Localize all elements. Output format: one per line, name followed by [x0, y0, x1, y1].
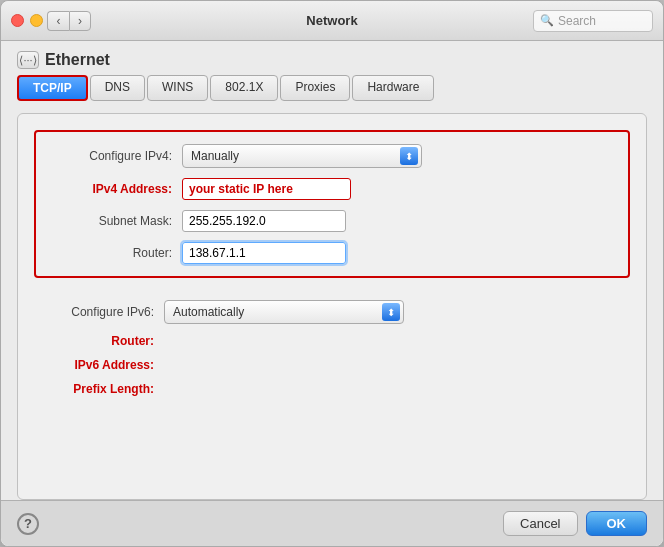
- tab-dns[interactable]: DNS: [90, 75, 145, 101]
- configure-ipv6-select[interactable]: Automatically Manually Off: [164, 300, 404, 324]
- cancel-button[interactable]: Cancel: [503, 511, 577, 536]
- forward-nav-button[interactable]: ›: [69, 11, 91, 31]
- configure-ipv4-row: Configure IPv4: Manually Automatically (…: [52, 144, 612, 168]
- main-panel: Configure IPv4: Manually Automatically (…: [17, 113, 647, 500]
- ipv4-address-label: IPv4 Address:: [52, 182, 172, 196]
- ipv4-address-input[interactable]: [182, 178, 351, 200]
- minimize-button[interactable]: [30, 14, 43, 27]
- ipv4-router-input[interactable]: [182, 242, 346, 264]
- tab-proxies[interactable]: Proxies: [280, 75, 350, 101]
- search-box[interactable]: 🔍 Search: [533, 10, 653, 32]
- close-button[interactable]: [11, 14, 24, 27]
- ok-button[interactable]: OK: [586, 511, 648, 536]
- tab-wins[interactable]: WINS: [147, 75, 208, 101]
- ipv6-address-row: IPv6 Address:: [34, 358, 630, 372]
- tabs-row: TCP/IP DNS WINS 802.1X Proxies Hardware: [1, 75, 663, 101]
- tab-tcpip[interactable]: TCP/IP: [17, 75, 88, 101]
- breadcrumb-label: Ethernet: [45, 51, 110, 69]
- prefix-length-row: Prefix Length:: [34, 382, 630, 396]
- tab-8021x[interactable]: 802.1X: [210, 75, 278, 101]
- help-button[interactable]: ?: [17, 513, 39, 535]
- subnet-mask-input[interactable]: [182, 210, 346, 232]
- ipv4-highlight-box: Configure IPv4: Manually Automatically (…: [34, 130, 630, 278]
- configure-ipv6-row: Configure IPv6: Automatically Manually O…: [34, 300, 630, 324]
- titlebar-nav: ‹ ›: [47, 11, 91, 31]
- subnet-mask-row: Subnet Mask:: [52, 210, 612, 232]
- content-area: ⟨···⟩ Ethernet TCP/IP DNS WINS 802.1X Pr…: [1, 41, 663, 500]
- ipv4-address-row: IPv4 Address:: [52, 178, 612, 200]
- breadcrumb-row: ⟨···⟩ Ethernet: [1, 41, 663, 75]
- configure-ipv4-label: Configure IPv4:: [52, 149, 172, 163]
- ipv4-router-row: Router:: [52, 242, 612, 264]
- subnet-mask-label: Subnet Mask:: [52, 214, 172, 228]
- configure-ipv6-select-wrapper: Automatically Manually Off ⬍: [164, 300, 404, 324]
- breadcrumb-back-button[interactable]: ⟨···⟩: [17, 51, 39, 69]
- window-title: Network: [306, 13, 357, 28]
- network-window: ‹ › Network 🔍 Search ⟨···⟩ Ethernet TCP/…: [0, 0, 664, 547]
- search-placeholder: Search: [558, 14, 596, 28]
- ipv6-router-row: Router:: [34, 334, 630, 348]
- prefix-length-label: Prefix Length:: [34, 382, 154, 396]
- ipv4-router-label: Router:: [52, 246, 172, 260]
- bottom-actions: Cancel OK: [503, 511, 647, 536]
- configure-ipv6-label: Configure IPv6:: [34, 305, 154, 319]
- configure-ipv4-select-wrapper: Manually Automatically (DHCP) Off ⬍: [182, 144, 422, 168]
- ipv6-section: Configure IPv6: Automatically Manually O…: [34, 294, 630, 402]
- search-icon: 🔍: [540, 14, 554, 27]
- back-nav-button[interactable]: ‹: [47, 11, 69, 31]
- configure-ipv4-select[interactable]: Manually Automatically (DHCP) Off: [182, 144, 422, 168]
- ipv6-address-label: IPv6 Address:: [34, 358, 154, 372]
- titlebar: ‹ › Network 🔍 Search: [1, 1, 663, 41]
- ipv6-router-label: Router:: [34, 334, 154, 348]
- bottom-bar: ? Cancel OK: [1, 500, 663, 546]
- back-arrow-icon: ⟨···⟩: [19, 54, 36, 67]
- tab-hardware[interactable]: Hardware: [352, 75, 434, 101]
